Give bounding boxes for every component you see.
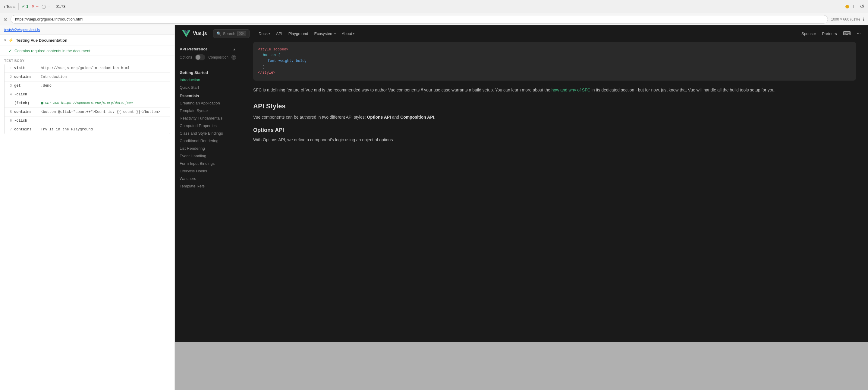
security-icon: ⊙ bbox=[4, 17, 7, 22]
status-dot bbox=[845, 5, 849, 8]
test-step: 4 -click bbox=[4, 90, 170, 99]
pref-row: Options Composition ? bbox=[180, 54, 236, 60]
chevron-down-icon: ▾ bbox=[269, 32, 270, 35]
nav-playground[interactable]: Playground bbox=[288, 31, 308, 36]
search-icon: 🔍 bbox=[216, 31, 221, 36]
sidebar-item-computed-properties[interactable]: Computed Properties bbox=[175, 122, 241, 130]
api-styles-text: Vue components can be authored in two di… bbox=[253, 115, 367, 119]
sidebar-item-lifecycle-hooks[interactable]: Lifecycle Hooks bbox=[175, 167, 241, 175]
test-item: ✓ Contains required contents in the docu… bbox=[0, 46, 175, 56]
pref-title: API Preference bbox=[180, 47, 208, 51]
step-num: 2 bbox=[7, 75, 12, 79]
left-panel: tests/e2e/specs/test.js ▾ ⚡ Testing Vue … bbox=[0, 25, 175, 390]
sfc-link[interactable]: how and why of SFC bbox=[552, 87, 590, 92]
api-styles-heading: API Styles bbox=[253, 102, 856, 110]
suite-arrow-icon: ▾ bbox=[4, 38, 6, 42]
translate-icon[interactable]: ⌨ bbox=[843, 30, 851, 37]
skip-count: -- bbox=[47, 4, 50, 9]
step-arg: https://vuejs.org/guide/introduction.htm… bbox=[41, 66, 167, 70]
nav-docs[interactable]: Docs ▾ bbox=[258, 31, 270, 36]
sidebar-item-class-style-bindings[interactable]: Class and Style Bindings bbox=[175, 130, 241, 137]
sidebar-item-conditional-rendering[interactable]: Conditional Rendering bbox=[175, 137, 241, 145]
fail-count: -- bbox=[36, 4, 38, 9]
step-cmd: get bbox=[14, 84, 38, 88]
nav-ecosystem[interactable]: Ecosystem ▾ bbox=[314, 31, 336, 36]
api-toggle[interactable] bbox=[195, 54, 205, 60]
info-icon[interactable]: ℹ bbox=[863, 17, 864, 22]
test-step: 6 -click bbox=[4, 116, 170, 125]
step-num: 1 bbox=[7, 66, 12, 70]
skip-icon: ◯ bbox=[41, 4, 46, 9]
sfc-text3: in its dedicated section - but for now, … bbox=[590, 87, 775, 92]
composition-label: Composition bbox=[208, 55, 228, 59]
stop-icon[interactable]: ⏸ bbox=[852, 4, 857, 9]
vue-sidebar: API Preference ▲ Options Composition ? bbox=[175, 42, 241, 342]
step-num: 5 bbox=[7, 110, 12, 113]
top-bar-left: ‹ Tests ✓ 1 ✕ -- ◯ -- 01.73 ⏸ ↺ bbox=[4, 3, 864, 10]
step-num: 3 bbox=[7, 84, 12, 87]
chevron-down-icon: ▾ bbox=[353, 32, 354, 35]
step-arg: Introduction bbox=[41, 75, 167, 79]
back-button[interactable]: ‹ Tests bbox=[4, 4, 16, 9]
sidebar-item-quick-start[interactable]: Quick Start bbox=[175, 84, 241, 91]
help-icon[interactable]: ? bbox=[231, 55, 236, 60]
browser-bar: ⊙ 1000 × 660 (61%) ℹ bbox=[0, 13, 868, 25]
partners-button[interactable]: Partners bbox=[822, 31, 837, 36]
essentials-title: Essentials bbox=[175, 91, 241, 99]
test-title: Contains required contents in the docume… bbox=[14, 49, 90, 53]
pref-header[interactable]: API Preference ▲ bbox=[180, 47, 236, 51]
step-arg: Try it in the Playground bbox=[41, 128, 167, 132]
sidebar-item-list-rendering[interactable]: List Rendering bbox=[175, 145, 241, 152]
vue-site-wrapper: Vue.js 🔍 Search ⌘K Docs ▾ API bbox=[175, 25, 868, 390]
toggle-knob bbox=[195, 55, 200, 60]
sponsor-button[interactable]: Sponsor bbox=[801, 31, 816, 36]
x-icon: ✕ bbox=[31, 4, 35, 9]
suite-header: ▾ ⚡ Testing Vue Documentation bbox=[0, 35, 175, 46]
code-prop: font-weight: bold; bbox=[258, 59, 307, 63]
test-step: 2 contains Introduction bbox=[4, 73, 170, 82]
sfc-text2: your use case warrants a build setup. Yo… bbox=[423, 87, 552, 92]
search-text: Search bbox=[223, 31, 236, 36]
step-num: 6 bbox=[7, 119, 12, 122]
sidebar-item-introduction[interactable]: Introduction bbox=[175, 76, 241, 84]
sidebar-item-form-input-bindings[interactable]: Form Input Bindings bbox=[175, 160, 241, 167]
nav-about[interactable]: About ▾ bbox=[342, 31, 354, 36]
step-cmd: contains bbox=[14, 110, 38, 114]
test-pass: ✓ Contains required contents in the docu… bbox=[8, 48, 170, 53]
more-icon[interactable]: ··· bbox=[857, 31, 861, 36]
sidebar-item-watchers[interactable]: Watchers bbox=[175, 175, 241, 182]
getting-started-title: Getting Started bbox=[175, 68, 241, 76]
pass-badge: ✓ 1 bbox=[22, 4, 28, 9]
sidebar-item-reactivity-fundamentals[interactable]: Reactivity Fundamentals bbox=[175, 114, 241, 122]
suite-title: Testing Vue Documentation bbox=[16, 38, 67, 43]
sidebar-item-event-handling[interactable]: Event Handling bbox=[175, 152, 241, 160]
fetch-status-dot bbox=[41, 102, 43, 105]
sidebar-item-template-syntax[interactable]: Template Syntax bbox=[175, 107, 241, 114]
step-cmd: (fetch) bbox=[14, 101, 38, 105]
url-input[interactable] bbox=[10, 15, 828, 24]
fail-badge: ✕ -- bbox=[31, 4, 38, 9]
step-cmd: visit bbox=[14, 66, 38, 70]
test-step: 7 contains Try it in the Playground bbox=[4, 125, 170, 134]
api-styles-desc: Vue components can be authored in two di… bbox=[253, 114, 856, 121]
vue-logo-icon bbox=[182, 29, 190, 38]
vue-search[interactable]: 🔍 Search ⌘K bbox=[213, 29, 250, 38]
code-style-close: </style> bbox=[258, 71, 276, 75]
code-block: <style scoped> button { font-weight: bol… bbox=[253, 42, 856, 81]
sfc-text: SFC is a defining feature of Vue and is … bbox=[253, 87, 421, 92]
nav-api[interactable]: API bbox=[276, 31, 282, 36]
chevron-down-icon: ▾ bbox=[334, 32, 336, 35]
options-api-heading: Options API bbox=[253, 127, 856, 133]
pass-count: 1 bbox=[26, 4, 28, 9]
sidebar-item-creating-application[interactable]: Creating an Application bbox=[175, 99, 241, 107]
step-num: 4 bbox=[7, 92, 12, 96]
sfc-description: SFC is a defining feature of Vue and is … bbox=[253, 87, 856, 94]
test-step: 5 contains <button @click="count++">Coun… bbox=[4, 108, 170, 116]
check-icon: ✓ bbox=[22, 4, 25, 9]
vue-nav-links: Docs ▾ API Playground Ecosystem ▾ bbox=[258, 31, 354, 36]
vue-navbar: Vue.js 🔍 Search ⌘K Docs ▾ API bbox=[175, 25, 868, 42]
sidebar-item-template-refs[interactable]: Template Refs bbox=[175, 182, 241, 190]
reload-icon[interactable]: ↺ bbox=[860, 3, 864, 10]
file-path[interactable]: tests/e2e/specs/test.js bbox=[0, 25, 175, 35]
test-body-label: TEST BODY bbox=[4, 58, 170, 64]
